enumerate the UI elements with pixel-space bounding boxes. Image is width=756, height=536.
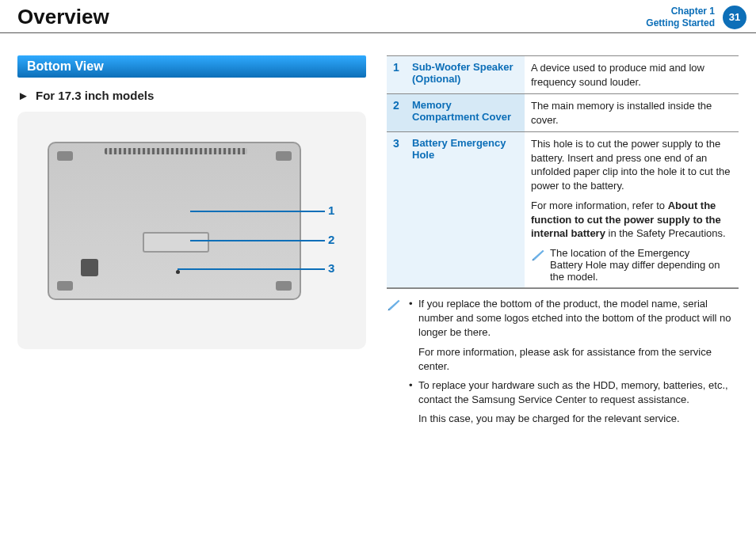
part-number: 2 [387, 94, 406, 132]
subhead-text: For 17.3 inch models [36, 89, 154, 102]
notes-list: If you replace the bottom of the product… [409, 297, 739, 431]
desc-text: A device used to produce mid and low fre… [531, 61, 732, 89]
list-item: If you replace the bottom of the product… [409, 297, 739, 374]
part-name: Memory Compartment Cover [406, 94, 525, 132]
note2-p2: In this case, you may be charged for the… [418, 412, 739, 426]
page-number-badge: 31 [723, 6, 746, 29]
desc-p2-prefix: For more information, refer to [531, 200, 668, 211]
part-description: A device used to produce mid and low fre… [525, 56, 739, 94]
model-subheading: ► For 17.3 inch models [17, 89, 366, 102]
pinhole-graphic [176, 270, 180, 274]
bottom-view-figure: 1 2 3 [17, 112, 366, 349]
callout-number-2: 2 [328, 233, 334, 246]
callout-number-3: 3 [328, 261, 334, 275]
desc-p2: For more information, refer to About the… [531, 199, 732, 241]
desc-p2-suffix: in the Safety Precautions. [605, 227, 726, 239]
table-row: 1 Sub-Woofer Speaker (Optional) A device… [387, 56, 739, 94]
foot-pad [276, 281, 292, 291]
part-description: This hole is to cut the power supply to … [525, 132, 739, 288]
table-row: 2 Memory Compartment Cover The main memo… [387, 94, 739, 132]
note-line2: Battery Hole may differ depending on the… [550, 259, 732, 283]
laptop-bottom-illustration [48, 142, 301, 300]
table-row: 3 Battery Emergency Hole This hole is to… [387, 132, 739, 288]
list-item: To replace your hardware such as the HDD… [409, 378, 739, 427]
note-icon [531, 247, 545, 264]
foot-pad [276, 151, 292, 161]
desc-text: The main memory is installed inside the … [531, 99, 732, 127]
part-number: 3 [387, 132, 406, 288]
content-columns: Bottom View ► For 17.3 inch models 1 2 3 [0, 33, 756, 431]
chapter-line1: Chapter 1 [646, 6, 715, 17]
page-title: Overview [17, 5, 109, 29]
part-name: Sub-Woofer Speaker (Optional) [406, 56, 525, 94]
speaker-graphic [81, 259, 98, 276]
note1-p2: For more information, please ask for ass… [418, 345, 739, 374]
part-description: The main memory is installed inside the … [525, 94, 739, 132]
callout-line [190, 211, 325, 212]
chapter-label: Chapter 1 Getting Started [646, 6, 715, 29]
memory-cover-graphic [143, 232, 209, 253]
foot-pad [57, 151, 73, 161]
page-header: Overview Chapter 1 Getting Started 31 [0, 0, 756, 33]
header-right: Chapter 1 Getting Started 31 [646, 6, 746, 29]
note1-p1: If you replace the bottom of the product… [418, 298, 731, 338]
inline-note-text: The location of the Emergency Battery Ho… [550, 247, 732, 283]
part-name: Battery Emergency Hole [406, 132, 525, 288]
vent-grille [105, 148, 247, 154]
right-column: 1 Sub-Woofer Speaker (Optional) A device… [387, 55, 739, 431]
chapter-line2: Getting Started [646, 17, 715, 29]
notes-block: If you replace the bottom of the product… [387, 288, 739, 431]
desc-p1: This hole is to cut the power supply to … [531, 137, 732, 192]
note-line1: The location of the Emergency [550, 247, 732, 259]
callout-line [190, 240, 325, 241]
arrow-icon: ► [17, 89, 29, 102]
part-number: 1 [387, 56, 406, 94]
left-column: Bottom View ► For 17.3 inch models 1 2 3 [17, 55, 366, 431]
inline-note: The location of the Emergency Battery Ho… [531, 247, 732, 283]
foot-pad [57, 281, 73, 291]
note-icon [387, 297, 403, 431]
callout-line [178, 268, 325, 270]
parts-table: 1 Sub-Woofer Speaker (Optional) A device… [387, 55, 739, 288]
callout-number-1: 1 [328, 203, 334, 217]
section-banner: Bottom View [17, 55, 366, 78]
note2-p1: To replace your hardware such as the HDD… [418, 379, 728, 405]
